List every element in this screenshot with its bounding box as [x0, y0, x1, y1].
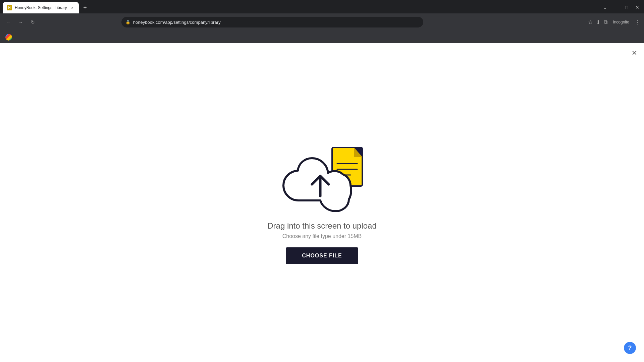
forward-button[interactable]: → — [16, 17, 25, 27]
address-bar-actions: ☆ ⬇ ⧉ Incognito ⋮ — [588, 19, 640, 25]
reload-button[interactable]: ↻ — [28, 17, 38, 27]
tab-title: HoneyBook: Settings, Library — [15, 5, 67, 10]
page-content: ✕ — [0, 43, 644, 362]
new-tab-button[interactable]: + — [80, 3, 90, 12]
extensions-icon[interactable]: ⧉ — [604, 19, 607, 25]
tab-bar: H HoneyBook: Settings, Library × + ⌄ — □… — [0, 0, 644, 13]
tab-favicon: H — [7, 5, 12, 10]
tab-bar-right: ⌄ — □ ✕ — [601, 3, 641, 13]
browser-frame: H HoneyBook: Settings, Library × + ⌄ — □… — [0, 0, 644, 362]
tab-close-button[interactable]: × — [69, 5, 75, 10]
back-button[interactable]: ← — [4, 17, 13, 27]
upload-illustration — [268, 141, 376, 215]
file-type-text: Choose any file type under 15MB — [282, 233, 362, 239]
restore-down-button[interactable]: ⌄ — [601, 3, 609, 11]
browser-menu-icon[interactable]: ⋮ — [635, 19, 640, 25]
minimize-button[interactable]: — — [612, 3, 620, 11]
lock-icon: 🔒 — [125, 20, 130, 24]
google-icon[interactable] — [5, 34, 12, 41]
upload-svg — [268, 141, 376, 215]
drag-text: Drag into this screen to upload — [267, 221, 377, 231]
url-text: honeybook.com/app/settings/company/libra… — [133, 20, 221, 25]
bookmarks-bar — [0, 31, 644, 43]
active-tab[interactable]: H HoneyBook: Settings, Library × — [3, 2, 79, 13]
browser-close-button[interactable]: ✕ — [633, 3, 641, 11]
address-bar[interactable]: 🔒 honeybook.com/app/settings/company/lib… — [121, 17, 423, 27]
maximize-button[interactable]: □ — [623, 3, 631, 11]
address-bar-row: ← → ↻ 🔒 honeybook.com/app/settings/compa… — [0, 13, 644, 31]
help-button[interactable]: ? — [624, 342, 636, 354]
upload-container: Drag into this screen to upload Choose a… — [267, 141, 377, 264]
download-icon[interactable]: ⬇ — [596, 19, 600, 25]
bookmark-icon[interactable]: ☆ — [588, 19, 593, 25]
choose-file-button[interactable]: CHOOSE FILE — [286, 247, 358, 264]
page-close-button[interactable]: ✕ — [632, 50, 637, 56]
incognito-badge: Incognito — [611, 19, 631, 25]
